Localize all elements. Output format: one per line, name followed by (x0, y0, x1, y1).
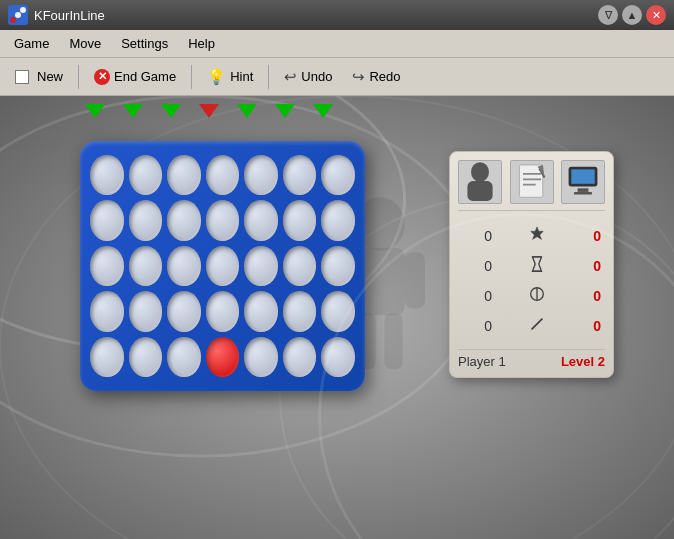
cell-1-0[interactable] (90, 200, 124, 240)
losses-icon (525, 255, 549, 277)
score-draws-p2: 0 (581, 288, 601, 304)
titlebar-title: KFourInLine (34, 8, 105, 23)
cell-3-2[interactable] (167, 291, 201, 331)
cell-0-6[interactable] (321, 155, 355, 195)
wins-icon (525, 225, 549, 247)
new-label: New (37, 69, 63, 84)
new-button[interactable]: New (6, 65, 72, 88)
arrow-col-4[interactable] (237, 104, 257, 118)
cell-4-6[interactable] (321, 337, 355, 377)
undo-icon: ↩ (284, 68, 297, 86)
cell-3-4[interactable] (244, 291, 278, 331)
menu-settings[interactable]: Settings (111, 34, 178, 53)
menu-help[interactable]: Help (178, 34, 225, 53)
svg-rect-10 (405, 252, 425, 308)
arrow-row (85, 104, 333, 118)
svg-rect-24 (574, 192, 592, 195)
titlebar-left: KFourInLine (8, 5, 105, 25)
main-area: 0 0 0 0 (0, 96, 674, 539)
score-notepad-icon (510, 160, 554, 204)
cell-2-2[interactable] (167, 246, 201, 286)
score-losses-p1: 0 (462, 258, 492, 274)
svg-rect-14 (467, 181, 492, 201)
titlebar-controls: ∇ ▲ ✕ (598, 5, 666, 25)
score-wins-p1: 0 (462, 228, 492, 244)
hint-label: Hint (230, 69, 253, 84)
cell-0-2[interactable] (167, 155, 201, 195)
cell-0-0[interactable] (90, 155, 124, 195)
cell-2-0[interactable] (90, 246, 124, 286)
game-board[interactable] (80, 141, 365, 391)
menu-move[interactable]: Move (59, 34, 111, 53)
player-label: Player 1 (458, 354, 506, 369)
menu-game[interactable]: Game (4, 34, 59, 53)
score-draws-p1: 0 (462, 288, 492, 304)
score-rows: 0 0 0 0 (458, 219, 605, 343)
maximize-button[interactable]: ▲ (622, 5, 642, 25)
separator-3 (268, 65, 269, 89)
cell-3-1[interactable] (129, 291, 163, 331)
undo-label: Undo (301, 69, 332, 84)
cell-2-5[interactable] (283, 246, 317, 286)
score-row-losses: 0 0 (458, 253, 605, 279)
hint-icon: 💡 (207, 68, 226, 86)
level-label: Level 2 (561, 354, 605, 369)
cell-0-4[interactable] (244, 155, 278, 195)
cell-4-0[interactable] (90, 337, 124, 377)
score-row-draws: 0 0 (458, 283, 605, 309)
end-game-label: End Game (114, 69, 176, 84)
end-game-icon: ✕ (94, 69, 110, 85)
svg-rect-12 (385, 313, 403, 369)
arrow-col-0[interactable] (85, 104, 105, 118)
redo-icon: ↪ (352, 68, 365, 86)
redo-label: Redo (369, 69, 400, 84)
cell-3-3[interactable] (206, 291, 240, 331)
arrow-col-3[interactable] (199, 104, 219, 118)
score-wins-p2: 0 (581, 228, 601, 244)
cell-1-1[interactable] (129, 200, 163, 240)
arrow-col-1[interactable] (123, 104, 143, 118)
player-avatar (458, 160, 502, 204)
cell-4-2[interactable] (167, 337, 201, 377)
score-row-wins: 0 0 (458, 223, 605, 249)
toolbar: New ✕ End Game 💡 Hint ↩ Undo ↪ Redo (0, 58, 674, 96)
score-footer: Player 1 Level 2 (458, 349, 605, 369)
cell-1-6[interactable] (321, 200, 355, 240)
close-button[interactable]: ✕ (646, 5, 666, 25)
total-icon (525, 315, 549, 337)
draws-icon (525, 285, 549, 307)
cell-2-4[interactable] (244, 246, 278, 286)
cell-1-2[interactable] (167, 200, 201, 240)
arrow-col-5[interactable] (275, 104, 295, 118)
cell-3-6[interactable] (321, 291, 355, 331)
undo-button[interactable]: ↩ Undo (275, 64, 341, 90)
minimize-button[interactable]: ∇ (598, 5, 618, 25)
menubar: Game Move Settings Help (0, 30, 674, 58)
cell-4-5[interactable] (283, 337, 317, 377)
cell-4-4[interactable] (244, 337, 278, 377)
cell-1-4[interactable] (244, 200, 278, 240)
cell-0-5[interactable] (283, 155, 317, 195)
cell-2-3[interactable] (206, 246, 240, 286)
cell-4-1[interactable] (129, 337, 163, 377)
cell-2-6[interactable] (321, 246, 355, 286)
score-computer-icon (561, 160, 605, 204)
score-row-total: 0 0 (458, 313, 605, 339)
end-game-button[interactable]: ✕ End Game (85, 65, 185, 89)
arrow-col-6[interactable] (313, 104, 333, 118)
cell-0-3[interactable] (206, 155, 240, 195)
cell-3-5[interactable] (283, 291, 317, 331)
cell-0-1[interactable] (129, 155, 163, 195)
svg-line-29 (531, 319, 542, 330)
cell-3-0[interactable] (90, 291, 124, 331)
score-header (458, 160, 605, 211)
hint-button[interactable]: 💡 Hint (198, 64, 262, 90)
arrow-col-2[interactable] (161, 104, 181, 118)
new-checkbox (15, 70, 29, 84)
cell-4-3[interactable] (206, 337, 240, 377)
cell-1-3[interactable] (206, 200, 240, 240)
redo-button[interactable]: ↪ Redo (343, 64, 409, 90)
cell-2-1[interactable] (129, 246, 163, 286)
app-icon (8, 5, 28, 25)
cell-1-5[interactable] (283, 200, 317, 240)
